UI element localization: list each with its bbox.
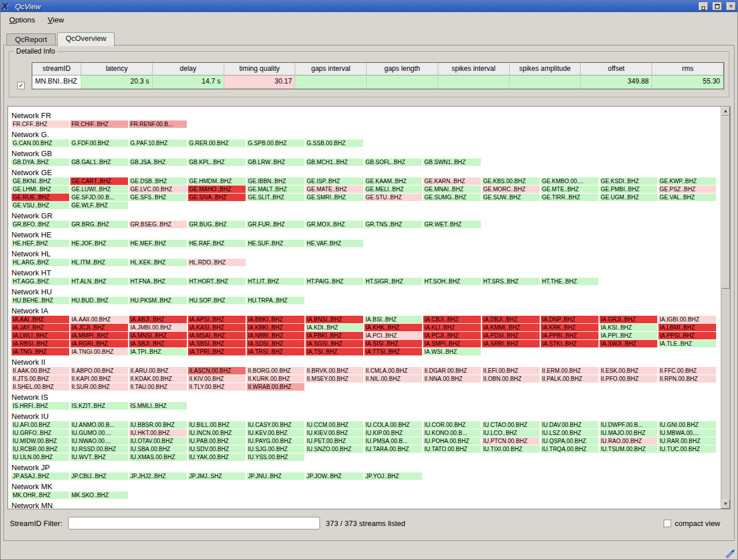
stream-cell[interactable]: II.CMLA.00.BHZ [364, 367, 422, 374]
stream-cell[interactable]: HE.SUF..BHZ [247, 240, 304, 247]
stream-cell[interactable]: IA.KASI..BHZ [188, 324, 246, 331]
stream-cell[interactable]: IU.COLA.00.BHZ [364, 421, 422, 429]
stream-cell[interactable]: IA.IGBI.00.BHZ [658, 316, 716, 323]
stream-cell[interactable]: HU.SOP..BHZ [188, 297, 246, 304]
minimize-button[interactable] [699, 2, 708, 10]
stream-cell[interactable]: G.SSB.00.BHZ [306, 139, 363, 147]
stream-cell[interactable]: IA.LBMI..BHZ [658, 324, 716, 331]
stream-cell[interactable]: IU.PTCN.00.BHZ [482, 437, 540, 445]
stream-cell[interactable]: IU.KIEV.00.BHZ [306, 429, 363, 437]
stream-cell[interactable]: IU.SNZO.00.BHZ [306, 445, 363, 453]
stream-cell[interactable]: IU.RAO.00.BHZ [600, 437, 657, 445]
stream-cell[interactable]: IA.KBKI..BHZ [247, 324, 304, 331]
stream-cell[interactable]: GE.MATE..BHZ [306, 186, 363, 193]
stream-cell[interactable]: II.AAK.00.BHZ [12, 367, 69, 374]
stream-cell[interactable]: GE.PSZ..BHZ [658, 186, 716, 193]
stream-cell[interactable]: IU.POHA.00.BHZ [423, 437, 481, 445]
stream-cell[interactable]: HE.VAF..BHZ [306, 240, 363, 247]
app-x11-icon[interactable]: X [2, 2, 12, 11]
stream-cell[interactable]: GR.BSEG..BHZ [129, 221, 187, 228]
stream-cell[interactable]: GR.BRG..BHZ [70, 221, 128, 228]
stream-cell[interactable]: IA.BBKI..BHZ [247, 316, 304, 323]
stream-cell[interactable]: IA.CBJI..BHZ [423, 316, 481, 323]
stream-cell[interactable]: MK.SKO..BHZ [70, 491, 128, 499]
stream-cell[interactable]: IU.QSPA.00.BHZ [541, 437, 598, 445]
stream-cell[interactable]: GR.MOX..BHZ [306, 221, 363, 228]
stream-cell[interactable]: IU.TSUM.00.BHZ [600, 445, 657, 453]
stream-cell[interactable]: IU.DWPF.00.B... [600, 421, 657, 429]
stream-cell[interactable]: IU.SJG.00.BHZ [247, 445, 304, 453]
stream-cell[interactable]: IU.PET.00.BHZ [306, 437, 363, 445]
stream-cell[interactable]: IA.SISI..BHZ [364, 340, 422, 347]
stream-cell[interactable]: GE.STU..BHZ [364, 194, 422, 201]
stream-cell[interactable]: IA.JAY..BHZ [12, 324, 69, 331]
stream-cell[interactable]: IU.COR.00.BHZ [423, 421, 481, 429]
stream-cell[interactable]: IA.SWJI..BHZ [600, 340, 657, 347]
menu-item-options[interactable]: Options [4, 14, 40, 26]
stream-cell[interactable]: IU.LCO..BHZ [482, 429, 540, 437]
stream-cell[interactable]: IU.TRQA.00.BHZ [541, 445, 598, 453]
stream-cell[interactable]: G.RER.00.BHZ [188, 139, 246, 147]
stream-cell[interactable]: II.DGAR.00.BHZ [423, 367, 481, 374]
stream-cell[interactable]: IU.KONO.00.B... [423, 429, 481, 437]
stream-cell[interactable]: II.NNA.00.BHZ [423, 375, 481, 383]
stream-cell[interactable]: G.SPB.00.BHZ [247, 139, 304, 147]
stream-cell[interactable]: IA.LWLI..BHZ [12, 332, 69, 339]
stream-cell[interactable]: HE.MEF..BHZ [129, 240, 187, 247]
stream-cell[interactable]: GE.MELI..BHZ [364, 186, 422, 193]
stream-cell[interactable]: IA.TRSI..BHZ [247, 348, 304, 355]
tab-qcreport[interactable]: QcReport [6, 33, 56, 46]
stream-cell[interactable]: IA.DNP..BHZ [541, 316, 598, 323]
stream-cell[interactable]: IU.SBA.00.BHZ [129, 445, 187, 453]
vertical-scrollbar[interactable]: ▲ ▼ [721, 107, 730, 509]
stream-cell[interactable]: IA.KMMI..BHZ [482, 324, 540, 331]
stream-cell[interactable]: GE.IBBN..BHZ [247, 177, 304, 185]
stream-cell[interactable]: IA.KRK..BHZ [541, 324, 598, 331]
stream-cell[interactable]: HT.THE..BHZ [541, 278, 598, 285]
stream-cell[interactable]: IU.YSS.00.BHZ [247, 453, 304, 461]
stream-cell[interactable]: GE.VAL..BHZ [658, 194, 716, 201]
stream-cell[interactable]: IA.SBJI..BHZ [129, 340, 187, 347]
stream-cell[interactable]: IU.GNI.00.BHZ [658, 421, 716, 429]
stream-cell[interactable]: IA.SMPI..BHZ [423, 340, 481, 347]
detailed-info-checkbox[interactable] [17, 82, 25, 89]
stream-cell[interactable]: GE.KARN..BHZ [423, 177, 481, 185]
close-button[interactable]: ✕ [726, 2, 736, 10]
stream-cell[interactable]: GB.KPL..BHZ [188, 158, 246, 166]
stream-cell[interactable]: II.RPN.00.BHZ [658, 375, 716, 383]
stream-cell[interactable]: IA.JCJI..BHZ [70, 324, 128, 331]
stream-cell[interactable]: JP.ASAJ..BHZ [12, 472, 69, 480]
stream-cell[interactable]: GE.LUWI..BHZ [70, 186, 128, 193]
stream-cell[interactable]: GE.ISP..BHZ [306, 177, 363, 185]
stream-cell[interactable]: II.OBN.00.BHZ [482, 375, 540, 383]
stream-cell[interactable]: IA.GRJI..BHZ [600, 316, 657, 323]
stream-cell[interactable]: GE.KMBO.00.... [541, 177, 598, 185]
stream-cell[interactable]: GE.DSB..BHZ [129, 177, 187, 185]
stream-cell[interactable]: IA.TLE..BHZ [658, 340, 716, 347]
stream-cell[interactable]: II.ESK.00.BHZ [600, 367, 657, 374]
stream-cell[interactable]: IU.ULN.00.BHZ [12, 453, 69, 461]
stream-cell[interactable]: HE.JOF..BHZ [70, 240, 128, 247]
stream-cell[interactable]: IU.KIP.00.BHZ [364, 429, 422, 437]
stream-cell[interactable]: GE.SUMG..BHZ [423, 194, 481, 201]
stream-cell[interactable]: HL.KEK..BHZ [129, 259, 187, 266]
stream-cell[interactable]: HU.BEHE..BHZ [12, 297, 69, 304]
stream-cell[interactable]: GE.SLIT..BHZ [247, 194, 304, 201]
stream-cell[interactable]: IS.KZIT..BHZ [70, 402, 128, 410]
scroll-down-icon[interactable]: ▼ [721, 500, 730, 509]
stream-cell[interactable]: II.JTS.00.BHZ [12, 375, 69, 383]
stream-cell[interactable]: IA.KLI..BHZ [423, 324, 481, 331]
stream-cell[interactable]: II.SUR.00.BHZ [70, 383, 128, 391]
stream-cell[interactable]: IU.RAR.00.BHZ [658, 437, 716, 445]
stream-cell[interactable]: IU.MBWA.00.... [658, 429, 716, 437]
stream-cell[interactable]: II.TLY.00.BHZ [188, 383, 246, 391]
stream-cell[interactable]: IA.AAI..BHZ [12, 316, 69, 323]
stream-cell[interactable]: II.EFI.00.BHZ [482, 367, 540, 374]
stream-cell[interactable]: JP.JOW..BHZ [306, 472, 363, 480]
stream-cell[interactable]: GE.MTE..BHZ [541, 186, 598, 193]
stream-cell[interactable]: HT.HORT..BHZ [188, 278, 246, 285]
stream-cell[interactable]: IA.MNSI..BHZ [129, 332, 187, 339]
stream-cell[interactable]: II.SHEL.00.BHZ [12, 383, 69, 391]
stream-cell[interactable]: IA.TPRI..BHZ [188, 348, 246, 355]
stream-cell[interactable]: IA.SRBI..BHZ [482, 340, 540, 347]
